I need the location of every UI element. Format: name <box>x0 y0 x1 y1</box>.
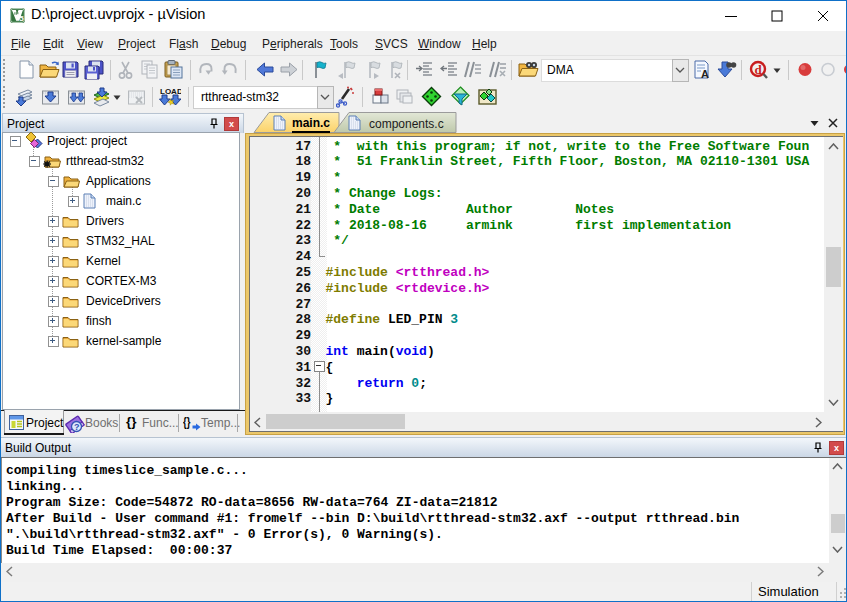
svg-text:d: d <box>755 62 763 77</box>
svg-text:A: A <box>701 68 709 80</box>
svg-text:?: ? <box>74 422 80 432</box>
svg-text:5: 5 <box>19 14 24 23</box>
